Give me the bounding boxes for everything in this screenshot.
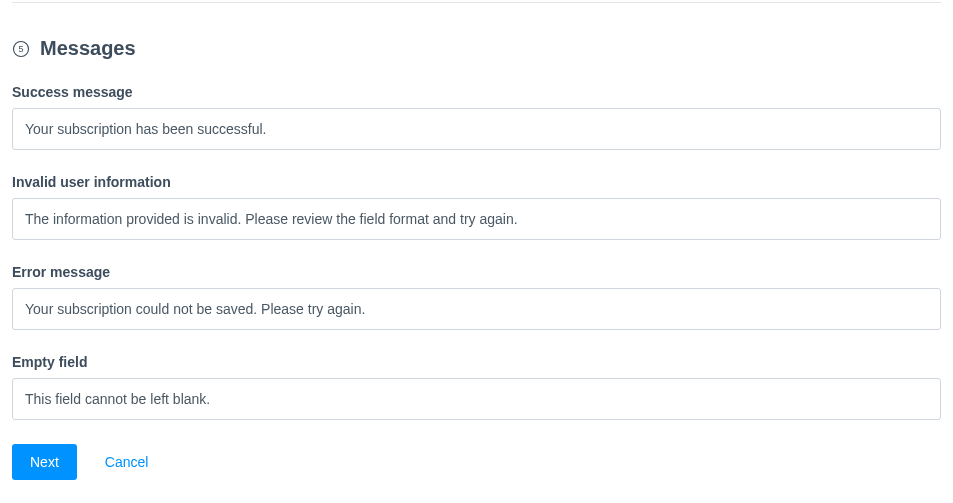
next-button[interactable]: Next bbox=[12, 444, 77, 480]
form-actions: Next Cancel bbox=[12, 444, 941, 480]
section-header: 5 Messages bbox=[12, 37, 941, 60]
field-success-message: Success message bbox=[12, 84, 941, 150]
success-message-label: Success message bbox=[12, 84, 941, 100]
invalid-user-label: Invalid user information bbox=[12, 174, 941, 190]
error-message-input[interactable] bbox=[12, 288, 941, 330]
field-error-message: Error message bbox=[12, 264, 941, 330]
section-title: Messages bbox=[40, 37, 136, 60]
cancel-button[interactable]: Cancel bbox=[105, 454, 149, 470]
invalid-user-input[interactable] bbox=[12, 198, 941, 240]
success-message-input[interactable] bbox=[12, 108, 941, 150]
empty-field-input[interactable] bbox=[12, 378, 941, 420]
empty-field-label: Empty field bbox=[12, 354, 941, 370]
circled-5-icon: 5 bbox=[12, 40, 30, 58]
field-invalid-user: Invalid user information bbox=[12, 174, 941, 240]
error-message-label: Error message bbox=[12, 264, 941, 280]
field-empty-field: Empty field bbox=[12, 354, 941, 420]
svg-text:5: 5 bbox=[18, 44, 23, 54]
section-divider bbox=[12, 2, 941, 3]
